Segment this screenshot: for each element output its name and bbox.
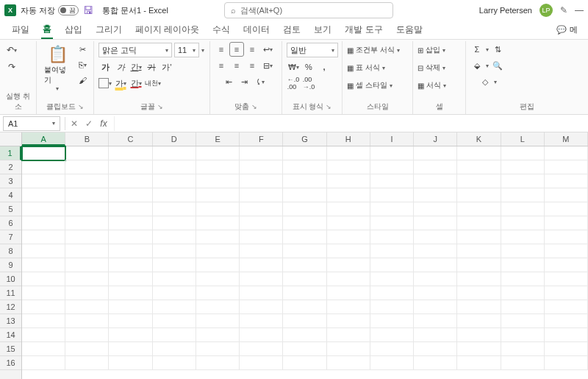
cell-B6[interactable] <box>65 216 109 230</box>
cell-I13[interactable] <box>370 314 414 328</box>
row-header-16[interactable]: 16 <box>0 356 21 370</box>
cells-area[interactable] <box>22 146 588 379</box>
tab-formulas[interactable]: 수식 <box>211 21 232 38</box>
wrap-text-button[interactable]: ↩▾ <box>261 43 274 56</box>
select-all-corner[interactable] <box>0 132 22 146</box>
cell-G13[interactable] <box>283 314 326 328</box>
cell-G10[interactable] <box>283 272 326 286</box>
row-header-9[interactable]: 9 <box>0 258 21 272</box>
tab-data[interactable]: 데이터 <box>242 21 271 38</box>
increase-decimal-button[interactable]: ←.0.00 <box>287 77 300 90</box>
align-right-button[interactable]: ≡ <box>245 59 259 72</box>
cell-F4[interactable] <box>240 188 283 202</box>
cell-J11[interactable] <box>414 286 457 300</box>
cell-F2[interactable] <box>240 160 283 174</box>
cell-C14[interactable] <box>109 328 152 342</box>
cell-styles-button[interactable]: ▦셀 스타일▾ <box>347 78 392 93</box>
cell-G14[interactable] <box>283 328 326 342</box>
cell-B5[interactable] <box>65 202 109 216</box>
cell-H7[interactable] <box>327 230 370 244</box>
cell-D9[interactable] <box>153 258 196 272</box>
cell-B8[interactable] <box>65 244 109 258</box>
redo-button[interactable]: ↷ <box>4 60 19 74</box>
cell-G4[interactable] <box>283 188 326 202</box>
cell-I15[interactable] <box>370 342 414 356</box>
cell-G9[interactable] <box>283 258 326 272</box>
underline-button[interactable]: 간▾ <box>129 60 143 74</box>
cell-A3[interactable] <box>22 174 65 188</box>
cell-L7[interactable] <box>501 230 545 244</box>
cell-B11[interactable] <box>65 286 109 300</box>
cell-C10[interactable] <box>109 272 152 286</box>
indent-dec-button[interactable]: ⇤ <box>223 75 236 88</box>
column-header-B[interactable]: B <box>65 132 109 146</box>
cell-E3[interactable] <box>196 174 240 188</box>
cell-M4[interactable] <box>545 188 588 202</box>
cell-A7[interactable] <box>22 230 65 244</box>
cell-F13[interactable] <box>240 314 283 328</box>
column-header-D[interactable]: D <box>153 132 196 146</box>
cell-K2[interactable] <box>457 160 501 174</box>
cancel-formula-button[interactable]: ✕ <box>67 118 82 129</box>
fill-button[interactable]: ⬙ <box>470 59 484 72</box>
find-button[interactable]: 🔍 <box>491 59 504 72</box>
cell-M1[interactable] <box>545 146 588 160</box>
cell-H16[interactable] <box>327 356 370 370</box>
cell-A4[interactable] <box>22 188 65 202</box>
cell-B9[interactable] <box>65 258 109 272</box>
cell-K14[interactable] <box>457 328 501 342</box>
cell-A10[interactable] <box>22 272 65 286</box>
cell-B3[interactable] <box>65 174 109 188</box>
cell-D14[interactable] <box>153 328 196 342</box>
cell-M12[interactable] <box>545 300 588 314</box>
cell-G16[interactable] <box>283 356 326 370</box>
cell-E12[interactable] <box>196 300 240 314</box>
font-name-combo[interactable]: 맑은 고딕▾ <box>98 43 172 57</box>
font-size-combo[interactable]: 11▾ <box>174 43 199 57</box>
cell-E9[interactable] <box>196 258 240 272</box>
cell-J15[interactable] <box>414 342 457 356</box>
comments-icon[interactable]: 💬 <box>556 25 567 35</box>
cell-J14[interactable] <box>414 328 457 342</box>
cell-E2[interactable] <box>196 160 240 174</box>
cell-B10[interactable] <box>65 272 109 286</box>
cell-K6[interactable] <box>457 216 501 230</box>
cell-K11[interactable] <box>457 286 501 300</box>
cell-L14[interactable] <box>501 328 545 342</box>
row-header-7[interactable]: 7 <box>0 230 21 244</box>
cell-H1[interactable] <box>327 146 370 160</box>
cell-D12[interactable] <box>153 300 196 314</box>
cell-D7[interactable] <box>153 230 196 244</box>
cell-M7[interactable] <box>545 230 588 244</box>
enter-formula-button[interactable]: ✓ <box>82 118 96 129</box>
cell-C2[interactable] <box>109 160 152 174</box>
cell-F16[interactable] <box>240 356 283 370</box>
cell-L1[interactable] <box>501 146 545 160</box>
cell-E14[interactable] <box>196 328 240 342</box>
cell-L4[interactable] <box>501 188 545 202</box>
cell-A5[interactable] <box>22 202 65 216</box>
cell-C16[interactable] <box>109 356 152 370</box>
cell-E16[interactable] <box>196 356 240 370</box>
cell-J5[interactable] <box>414 202 457 216</box>
row-header-14[interactable]: 14 <box>0 328 21 342</box>
pen-icon[interactable]: ✎ <box>560 5 567 15</box>
cell-E11[interactable] <box>196 286 240 300</box>
cell-D4[interactable] <box>153 188 196 202</box>
cell-H8[interactable] <box>327 244 370 258</box>
column-header-H[interactable]: H <box>327 132 370 146</box>
clear-button[interactable]: ◇ <box>478 75 492 88</box>
minimize-button[interactable]: — <box>575 5 584 15</box>
row-header-6[interactable]: 6 <box>0 216 21 230</box>
cell-C12[interactable] <box>109 300 152 314</box>
cell-G3[interactable] <box>283 174 326 188</box>
cell-H9[interactable] <box>327 258 370 272</box>
tab-review[interactable]: 검토 <box>282 21 302 38</box>
tab-file[interactable]: 파일 <box>10 21 31 38</box>
cell-J2[interactable] <box>414 160 457 174</box>
tab-developer[interactable]: 개발 도구 <box>343 21 384 38</box>
cell-I5[interactable] <box>370 202 414 216</box>
cell-B16[interactable] <box>65 356 109 370</box>
cell-J8[interactable] <box>414 244 457 258</box>
column-header-J[interactable]: J <box>414 132 457 146</box>
